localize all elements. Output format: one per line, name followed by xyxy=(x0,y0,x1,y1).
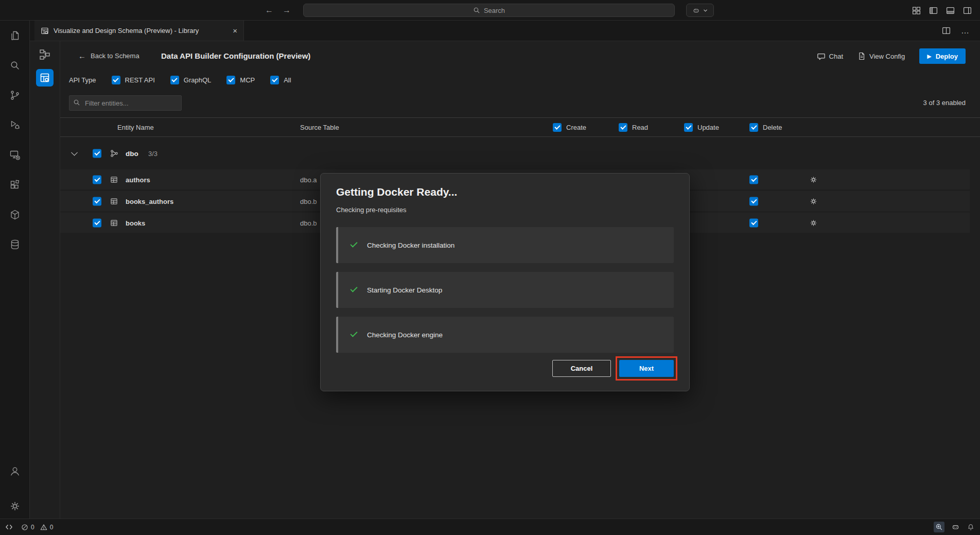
step-docker-desktop: Starting Docker Desktop xyxy=(336,272,674,308)
search-icon xyxy=(473,7,480,14)
row-checkbox[interactable] xyxy=(93,175,101,184)
rest-api-label: REST API xyxy=(125,76,155,84)
entity-name-column-header: Entity Name xyxy=(117,118,154,136)
create-column-header: Create xyxy=(553,118,586,136)
api-type-row: API Type REST API GraphQL MCP All xyxy=(69,72,291,88)
read-column-header: Read xyxy=(619,118,648,136)
group-name: dbo xyxy=(126,149,138,157)
remote-indicator-icon[interactable] xyxy=(5,523,13,531)
group-checkbox[interactable] xyxy=(93,149,101,158)
split-editor-icon[interactable] xyxy=(942,26,951,35)
row-checkbox[interactable] xyxy=(93,197,101,205)
row-settings-gear-icon[interactable] xyxy=(809,218,818,227)
update-column-header: Update xyxy=(684,118,719,136)
check-icon xyxy=(350,330,357,337)
account-icon[interactable] xyxy=(3,459,27,484)
view-config-button[interactable]: View Config xyxy=(857,52,905,60)
filter-entities-input[interactable] xyxy=(69,95,182,111)
more-actions-icon[interactable]: … xyxy=(961,26,970,36)
api-option-graphql[interactable]: GraphQL xyxy=(170,76,211,84)
api-type-label: API Type xyxy=(69,76,96,84)
delete-all-checkbox[interactable] xyxy=(749,123,758,132)
entities-table-header: Entity Name Source Table Create Read Upd… xyxy=(60,117,980,137)
mcp-checkbox[interactable] xyxy=(226,76,235,84)
mcp-label: MCP xyxy=(240,76,255,84)
step-label: Starting Docker Desktop xyxy=(367,272,442,308)
schema-group-row[interactable]: dbo 3/3 xyxy=(60,143,980,164)
schema-visualize-icon[interactable] xyxy=(37,47,52,62)
dialog-title: Getting Docker Ready... xyxy=(336,186,457,198)
chat-button[interactable]: Chat xyxy=(817,52,843,61)
row-checkbox[interactable] xyxy=(93,218,101,227)
package-icon[interactable] xyxy=(3,202,27,227)
deploy-button[interactable]: ▶ Deploy xyxy=(919,48,966,64)
copilot-chat-toggle[interactable] xyxy=(686,4,714,17)
deploy-label: Deploy xyxy=(936,53,958,60)
api-option-rest[interactable]: REST API xyxy=(112,76,155,84)
check-icon xyxy=(350,285,357,292)
nav-back-icon[interactable]: ← xyxy=(265,6,273,15)
nav-forward-icon[interactable]: → xyxy=(283,6,291,15)
entity-name: books xyxy=(126,219,145,227)
filter-search-icon xyxy=(73,99,80,106)
warnings-icon xyxy=(40,524,47,531)
api-option-all[interactable]: All xyxy=(270,76,291,84)
toggle-secondary-sidebar-icon[interactable] xyxy=(963,6,972,15)
editor-tab-bar: Visualize and Design Schema (Preview) - … xyxy=(30,21,980,41)
step-docker-installation: Checking Docker installation xyxy=(336,227,674,263)
docker-ready-dialog: Getting Docker Ready... Checking pre-req… xyxy=(320,173,690,391)
row-delete-checkbox[interactable] xyxy=(749,175,758,184)
row-delete-checkbox[interactable] xyxy=(749,197,758,205)
back-to-schema-label: Back to Schema xyxy=(91,52,139,60)
rest-api-checkbox[interactable] xyxy=(112,76,120,84)
extensions-icon[interactable] xyxy=(3,172,27,197)
dialog-subtitle: Checking pre-requisites xyxy=(336,206,407,214)
copilot-status-icon[interactable] xyxy=(951,523,960,531)
row-settings-gear-icon[interactable] xyxy=(809,175,818,184)
search-sidebar-icon[interactable] xyxy=(3,53,27,78)
create-label: Create xyxy=(566,124,586,131)
entity-name: books_authors xyxy=(126,197,173,205)
tab-designer-icon xyxy=(41,27,49,35)
vscode-window: ← → Search xyxy=(0,0,980,535)
source-table-column-header: Source Table xyxy=(300,118,339,136)
table-grid-icon xyxy=(110,176,118,183)
back-to-schema-button[interactable]: ← Back to Schema xyxy=(78,51,139,60)
explorer-icon[interactable] xyxy=(3,23,27,48)
zoom-indicator-icon[interactable] xyxy=(934,522,944,532)
group-count: 3/3 xyxy=(148,149,157,157)
customize-layout-icon[interactable] xyxy=(912,6,921,15)
toggle-primary-sidebar-icon[interactable] xyxy=(929,6,938,15)
graphql-checkbox[interactable] xyxy=(170,76,179,84)
table-designer-icon[interactable] xyxy=(36,69,54,87)
search-input[interactable]: Search xyxy=(303,4,675,17)
update-all-checkbox[interactable] xyxy=(684,123,693,132)
close-icon[interactable]: × xyxy=(233,26,237,35)
toggle-panel-icon[interactable] xyxy=(946,6,955,15)
run-debug-icon[interactable] xyxy=(3,113,27,137)
chevron-down-icon[interactable] xyxy=(71,149,78,156)
delete-label: Delete xyxy=(763,124,782,131)
settings-gear-icon[interactable] xyxy=(3,494,27,519)
all-checkbox[interactable] xyxy=(270,76,279,84)
cancel-button[interactable]: Cancel xyxy=(552,360,611,377)
status-bar: 0 0 xyxy=(0,519,980,535)
api-option-mcp[interactable]: MCP xyxy=(226,76,255,84)
row-delete-checkbox[interactable] xyxy=(749,218,758,227)
play-icon: ▶ xyxy=(927,53,931,60)
row-settings-gear-icon[interactable] xyxy=(809,197,818,205)
notifications-bell-icon[interactable] xyxy=(967,523,975,531)
source-control-icon[interactable] xyxy=(3,83,27,108)
graphql-label: GraphQL xyxy=(184,76,211,84)
back-arrow-icon: ← xyxy=(78,51,86,60)
create-all-checkbox[interactable] xyxy=(553,123,562,132)
table-grid-icon xyxy=(110,219,118,227)
table-grid-icon xyxy=(110,197,118,205)
next-button[interactable]: Next xyxy=(619,360,674,377)
database-icon[interactable] xyxy=(3,232,27,257)
remote-explorer-icon[interactable] xyxy=(3,143,27,167)
problems-indicator[interactable]: 0 0 xyxy=(21,524,53,531)
read-all-checkbox[interactable] xyxy=(619,123,627,132)
read-label: Read xyxy=(632,124,648,131)
tab-visualize-design-schema[interactable]: Visualize and Design Schema (Preview) - … xyxy=(34,21,244,41)
